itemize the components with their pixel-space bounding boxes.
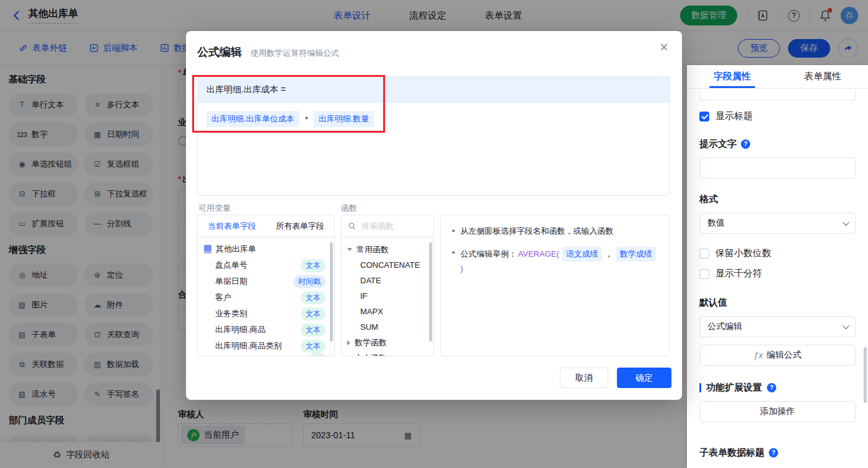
bullet: •	[452, 225, 455, 237]
variable-row[interactable]: 业务类别 文本	[198, 306, 334, 322]
variables-scrollbar[interactable]	[330, 242, 333, 342]
format-select[interactable]: 数值	[699, 213, 856, 234]
show-title-row[interactable]: 显示标题	[699, 110, 856, 122]
function-group-common[interactable]: 常用函数	[342, 242, 433, 257]
function-group-text[interactable]: 文本函数	[342, 350, 433, 356]
variable-row[interactable]: 出库明细.商品 文本	[198, 322, 334, 338]
chevron-right-icon	[347, 356, 350, 357]
chevron-down-icon	[843, 219, 849, 226]
type-badge: 文本	[301, 340, 326, 353]
variable-name: 单据日期	[215, 276, 293, 287]
example-field-chip: 数学成绩	[616, 247, 656, 262]
tips-panel: • 从左侧面板选择字段名和函数，或输入函数 • 公式编辑举例： AVERAGE(…	[440, 214, 670, 356]
function-item-mapx[interactable]: MAPX	[342, 304, 433, 319]
format-label: 格式	[699, 193, 856, 205]
button-label: 编辑公式	[766, 350, 801, 361]
comma: ，	[605, 248, 613, 260]
variable-name: 业务类别	[215, 308, 301, 319]
variable-name: 客户	[215, 292, 301, 303]
extension-settings-section: 功能扩展设置 ?	[699, 382, 856, 394]
function-item-date[interactable]: DATE	[342, 273, 433, 288]
thousands-label: 显示千分符	[715, 268, 762, 280]
function-search[interactable]: 搜索函数	[342, 215, 433, 237]
add-action-button[interactable]: 添加操作	[699, 401, 856, 422]
function-item-sum[interactable]: SUM	[342, 319, 433, 335]
label-text: 子表单数据标题	[699, 447, 764, 459]
example-function-name: AVERAGE(	[518, 248, 559, 260]
button-label: 添加操作	[760, 406, 795, 417]
label-text: 提示文字	[699, 138, 737, 150]
checkbox-unchecked[interactable]	[699, 269, 709, 279]
formula-operand-chip[interactable]: 出库明细.出库单位成本	[206, 111, 299, 127]
checkbox-checked[interactable]	[699, 112, 709, 121]
label-text: 默认值	[699, 297, 727, 309]
tab-form-properties[interactable]: 表单属性	[777, 65, 868, 88]
hint-text-input[interactable]	[699, 157, 856, 179]
section-title: 功能扩展设置	[706, 382, 762, 394]
tip-text: 从左侧面板选择字段名和函数，或输入函数	[461, 225, 614, 237]
question-icon[interactable]: ?	[741, 139, 750, 149]
formula-editor[interactable]: 出库明细.出库成本 = 出库明细.出库单位成本 * 出库明细.数量	[197, 76, 670, 196]
question-icon[interactable]: ?	[769, 448, 778, 457]
formula-edit-modal: 公式编辑 使用数学运算符编辑公式 × 出库明细.出库成本 = 出库明细.出库单位…	[186, 31, 682, 400]
functions-scrollbar[interactable]	[429, 242, 432, 342]
cancel-button[interactable]: 取消	[560, 368, 608, 388]
default-value-label: 默认值	[699, 297, 856, 309]
variables-label: 可用变量	[198, 203, 231, 214]
show-title-label: 显示标题	[715, 110, 753, 122]
hint-text-label: 提示文字 ?	[699, 138, 856, 150]
select-value: 公式编辑	[707, 321, 742, 332]
functions-panel: 搜索函数 常用函数 CONCATENATE DATE IF MAPX SUM 数…	[341, 214, 434, 356]
confirm-button[interactable]: 确定	[617, 368, 671, 388]
variable-name: 盘点单号	[215, 260, 301, 271]
checkbox-unchecked[interactable]	[699, 249, 709, 258]
variable-name: 出库明细.商品类别	[215, 340, 301, 351]
type-badge: 文本	[301, 291, 326, 304]
functions-label: 函数	[341, 203, 357, 214]
type-badge: 文本	[301, 307, 326, 320]
group-label: 常用函数	[356, 244, 389, 255]
question-icon[interactable]: ?	[767, 383, 776, 392]
function-group-math[interactable]: 数学函数	[342, 335, 433, 350]
variables-panel: 当前表单字段 所有表单字段 其他出库单 盘点单号 文本 单据日期 时间戳 客户 …	[197, 214, 335, 356]
function-item-if[interactable]: IF	[342, 288, 433, 304]
type-badge: 文本	[301, 259, 326, 272]
chevron-down-icon	[843, 322, 849, 329]
variable-name: 出库明细.商品	[215, 324, 301, 335]
function-item-concatenate[interactable]: CONCATENATE	[342, 257, 433, 273]
modal-subtitle: 使用数学运算符编辑公式	[250, 48, 339, 59]
fx-icon: ƒx	[754, 350, 763, 360]
tab-current-form-fields[interactable]: 当前表单字段	[198, 215, 266, 237]
properties-panel: 字段属性 表单属性 显示标题 提示文字 ? 格式 数值 保留小数位数 显示千分符	[687, 65, 868, 468]
variable-row[interactable]: 出库明细.商品类别 文本	[198, 338, 334, 354]
variable-row[interactable]: 盘点单号 文本	[198, 257, 334, 273]
chevron-right-icon	[347, 340, 350, 345]
type-badge: 文本	[301, 324, 326, 337]
variable-tree-root[interactable]: 其他出库单	[198, 241, 334, 257]
search-placeholder: 搜索函数	[361, 221, 394, 232]
thousands-row[interactable]: 显示千分符	[699, 268, 856, 280]
formula-operator: *	[305, 115, 308, 124]
keep-decimals-label: 保留小数位数	[715, 247, 771, 259]
subform-data-title-label: 子表单数据标题 ?	[699, 447, 856, 459]
example-function-close: )	[461, 263, 463, 275]
tab-field-properties[interactable]: 字段属性	[687, 65, 777, 88]
properties-scrollbar[interactable]	[864, 347, 867, 403]
formula-target: 出库明细.出库成本 =	[198, 77, 669, 103]
edit-formula-button[interactable]: ƒx 编辑公式	[699, 345, 856, 366]
tab-all-form-fields[interactable]: 所有表单字段	[266, 215, 334, 237]
keep-decimals-row[interactable]: 保留小数位数	[699, 247, 856, 259]
search-icon	[348, 222, 356, 231]
title-input-partial[interactable]	[699, 91, 856, 100]
bullet: •	[452, 247, 455, 259]
default-value-select[interactable]: 公式编辑	[699, 316, 856, 337]
select-value: 数值	[707, 218, 725, 229]
variable-row[interactable]: 客户 文本	[198, 289, 334, 306]
chevron-down-icon	[347, 248, 352, 251]
formula-operand-chip[interactable]: 出库明细.数量	[314, 111, 374, 127]
group-label: 文本函数	[355, 353, 387, 357]
close-icon[interactable]: ×	[660, 40, 668, 55]
variable-row[interactable]: 单据日期 时间戳	[198, 273, 334, 289]
type-badge-clipped	[309, 353, 326, 356]
modal-title: 公式编辑	[197, 45, 242, 60]
